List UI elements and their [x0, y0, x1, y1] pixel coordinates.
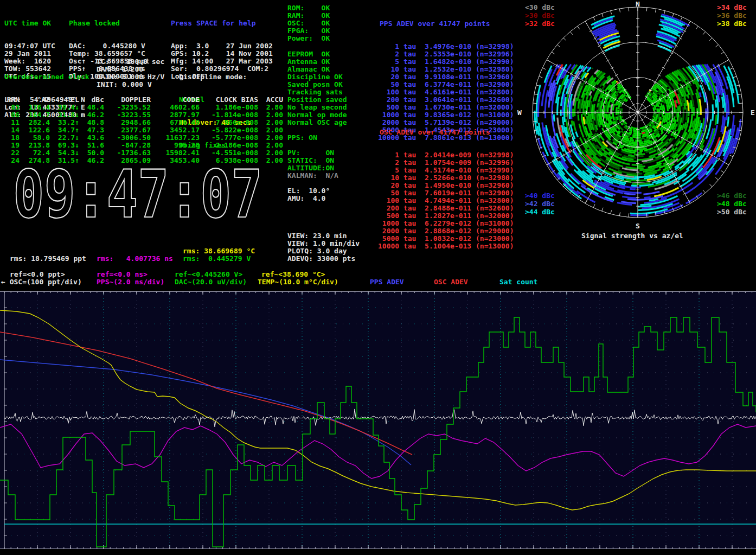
gps-status-block: EEPROM OKAntenna OKAlmanac OKDiscipline … — [287, 50, 347, 126]
sat-cell: 2865.09 — [104, 157, 151, 164]
osc-adev-row-8: 500 tau 1.2827e-011 (n=32000) — [378, 212, 514, 220]
version-line-1: GPS: 10.2 14 Nov 2001 — [171, 50, 273, 58]
dbc-label-1: >36 dBc — [717, 12, 747, 20]
sat-cell: 2.00 — [258, 142, 283, 149]
sat-table-row-1: 06164.731.8↓46.2-3223.552877.97-1.814e-0… — [4, 111, 283, 119]
sat-cell: -4.551e-008 — [200, 149, 258, 157]
sat-table-row-3: 14122.634.7↑47.32377.673452.17-5.822e-00… — [4, 126, 283, 134]
osc-adev-row-2: 5 tau 4.5174e-010 (n=32990) — [378, 167, 514, 174]
pps-adev-row-6: 100 tau 4.6161e-011 (n=32800) — [378, 88, 514, 96]
position-title: Overdetermined clock — [4, 73, 89, 81]
osc-adev-row-11: 5000 tau 1.0832e-012 (n=23000) — [378, 235, 514, 243]
strip-chart-plot — [0, 291, 756, 551]
sat-cell: 2.80 — [258, 104, 283, 111]
pps-adev-row-2: 5 tau 1.6482e-010 (n=32990) — [378, 58, 514, 66]
sat-cell: 2377.67 — [104, 126, 151, 134]
pps-adev-row-4: 20 tau 9.9108e-011 (n=32960) — [378, 73, 514, 81]
compass-north-label: N — [636, 0, 640, 8]
sat-cell: 72.4 — [20, 149, 50, 157]
loop-line-0: TC: 100.0 sec — [97, 58, 164, 66]
fix-flag-line-1: STATIC: ON — [287, 157, 334, 164]
scale-pps: PPS~(2.0 ns/div) — [97, 278, 164, 286]
sat-cell: 31.5↑ — [50, 157, 79, 164]
sat-cell: 48.8 — [79, 119, 104, 126]
utc-line-1: 29 Jan 2011 — [4, 50, 55, 58]
pps-adev-row-0: 1 tau 3.4976e-010 (n=32998) — [378, 43, 514, 50]
fix-flag-line-2: ALTITUDE:ON — [287, 164, 334, 172]
receiver-status-line-3: FPGA: OK — [287, 27, 330, 35]
pps-adev-title: PPS ADEV over 41747 points — [378, 20, 514, 28]
pps-adev-row-7: 200 tau 3.0641e-011 (n=32600) — [378, 96, 514, 104]
sat-cell: -3223.55 — [104, 111, 151, 119]
gps-status-line-1: Antenna OK — [287, 58, 347, 66]
sat-cell: CLOCK BIAS — [200, 96, 258, 104]
gps-status-line-8: Normal op mode — [287, 111, 347, 119]
rms-dac: rms: 0.445279 V — [183, 255, 251, 263]
dbc-label-1: >48 dBc — [717, 200, 747, 208]
sat-cell: -847.28 — [104, 142, 151, 149]
sat-cell: -5.822e-008 — [200, 126, 258, 134]
sat-cell: 274.8 — [20, 157, 50, 164]
sat-cell: 282.4 — [20, 119, 50, 126]
big-clock-digits: 09:47:07 — [13, 164, 262, 225]
legend-pps-adev: PPS ADEV — [370, 278, 404, 286]
osc-adev-title: OSC ADEV over 41747 points — [378, 129, 514, 136]
compass-south-label: S — [636, 222, 640, 230]
osc-adev-row-3: 10 tau 2.5266e-010 (n=32980) — [378, 174, 514, 182]
sat-cell: 24 — [4, 157, 20, 164]
sat-cell: 39.4↓ — [50, 104, 79, 111]
sat-cell: -5.777e-008 — [200, 134, 258, 142]
sat-cell: 34.7↑ — [50, 126, 79, 134]
receiver-status-block: ROM: OKRAM: OKOSC: OKFPGA: OKPower: OK — [287, 4, 330, 42]
discipline-mode-label: Discipline mode: — [179, 73, 251, 81]
dbc-label-0: <30 dBc — [525, 4, 555, 12]
sat-cell: -1.814e-008 — [200, 111, 258, 119]
sat-cell: 22.7↓ — [50, 134, 79, 142]
pps-adev-row-1: 2 tau 2.5353e-010 (n=32996) — [378, 50, 514, 58]
receiver-status-line-2: OSC: OK — [287, 20, 330, 27]
satellite-table: PRN°AZ°ELdBcDOPPLERCODECLOCK BIASACCU031… — [4, 96, 283, 164]
osc-adev-row-4: 20 tau 1.4950e-010 (n=32960) — [378, 182, 514, 189]
dbc-legend-bottom-left: >40 dBc>42 dBc>44 dBc — [525, 192, 555, 216]
sat-cell: 58.0 — [20, 134, 50, 142]
polar-caption: Signal strength vs az/el — [581, 232, 683, 240]
sat-cell: 06 — [4, 111, 20, 119]
sat-cell: 7.966e-008 — [200, 119, 258, 126]
dbc-label-2: >32 dBc — [525, 20, 555, 28]
sat-cell: 18 — [4, 134, 20, 142]
sat-cell: 3453.40 — [151, 157, 200, 164]
legend-osc-adev: OSC ADEV — [434, 278, 468, 286]
receiver-status-line-1: RAM: OK — [287, 12, 330, 20]
scale-temp: TEMP~(10.0 m°C/div) — [258, 278, 338, 286]
compass-west-label: W — [517, 109, 522, 117]
sat-cell: 54.3↓ — [50, 149, 79, 157]
view-line-1: VIEW: 1.0 min/div — [287, 240, 360, 247]
sat-cell: 50.0 — [79, 149, 104, 157]
sat-cell: 33.2↑ — [50, 119, 79, 126]
dbc-label-1: >30 dBc — [525, 12, 555, 20]
ref-osc: ref=<0.0 ppt> — [10, 271, 65, 278]
phase-line-0: DAC: 0.445280 V — [69, 42, 150, 50]
dbc-label-0: >34 dBc — [717, 4, 747, 12]
sat-cell: 1.186e-008 — [200, 104, 258, 111]
sat-cell: 2.00 — [258, 126, 283, 134]
sat-cell: 48.4 — [79, 104, 104, 111]
sat-cell: dBc — [79, 96, 104, 104]
loop-params-block: TC: 100.0 secDAMP: 1.200GAIN:-5.000 Hz/V… — [97, 58, 164, 88]
sat-cell: 46.2 — [79, 111, 104, 119]
dbc-label-2: >44 dBc — [525, 208, 555, 216]
utc-line-0: 09:47:07 UTC — [4, 42, 55, 50]
sat-table-header: PRN°AZ°ELdBcDOPPLERCODECLOCK BIASACCU — [4, 96, 283, 104]
sat-cell: 2877.97 — [151, 111, 200, 119]
sat-cell: 69.3↓ — [50, 142, 79, 149]
rms-pps: rms: 4.007736 ns — [97, 255, 173, 263]
sat-cell: 22 — [4, 149, 20, 157]
sat-cell: 2.00 — [258, 134, 283, 142]
phase-title: Phase locked — [69, 20, 150, 27]
fix-flags-block: PV: ONSTATIC: ONALTITUDE:ON — [287, 149, 334, 172]
sat-cell: 995.28 — [151, 142, 200, 149]
sat-table-row-7: 24274.831.5↑46.22865.093453.406.938e-008… — [4, 157, 283, 164]
gps-status-line-0: EEPROM OK — [287, 50, 347, 58]
rms-osc: rms: 18.795469 ppt — [10, 255, 86, 263]
sat-table-row-2: 11282.433.2↑48.82948.666730.497.966e-008… — [4, 119, 283, 126]
